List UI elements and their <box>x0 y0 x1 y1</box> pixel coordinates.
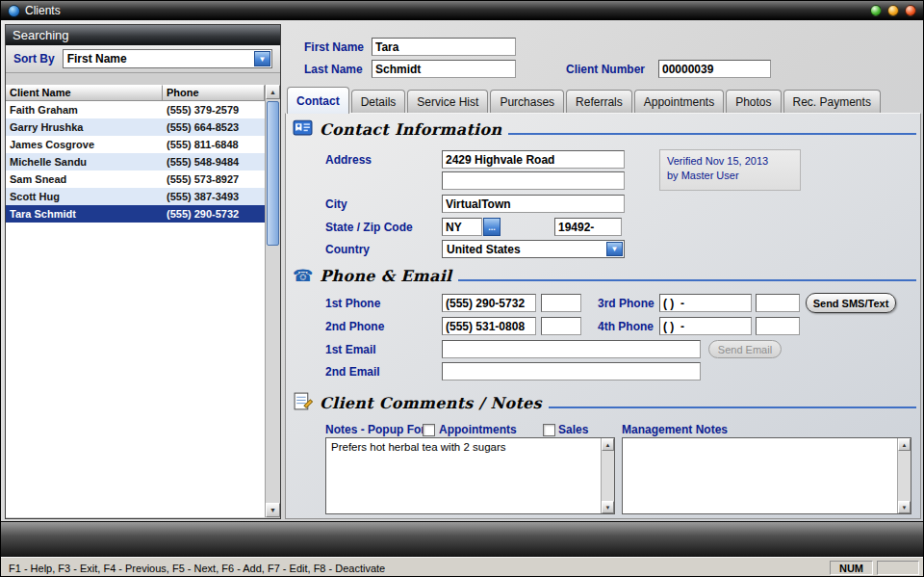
email1-label: 1st Email <box>325 343 376 356</box>
client-number-field[interactable] <box>658 60 771 78</box>
tab-purchases[interactable]: Purchases <box>490 90 564 114</box>
section-title: Contact Information <box>320 120 501 139</box>
send-email-button[interactable]: Send Email <box>708 340 782 358</box>
close-button[interactable] <box>905 5 916 16</box>
client-number-label: Client Number <box>566 63 645 76</box>
scroll-up-icon[interactable]: ▲ <box>602 438 614 451</box>
phone4-field[interactable] <box>659 317 752 335</box>
phone3-label: 3rd Phone <box>598 297 654 310</box>
scroll-up-icon[interactable]: ▲ <box>266 85 280 99</box>
tab-contact[interactable]: Contact <box>287 87 349 114</box>
phone1-field[interactable] <box>442 294 536 312</box>
state-zip-label: State / Zip Code <box>325 221 413 234</box>
address-line1-field[interactable] <box>442 150 625 169</box>
management-notes-textarea[interactable]: ▲ ▼ <box>622 437 911 514</box>
phone1-label: 1st Phone <box>325 297 380 310</box>
client-row-selected[interactable]: Tara Schmidt (555) 290-5732 <box>6 205 265 223</box>
client-row[interactable]: Garry Hrushka (555) 664-8523 <box>6 118 265 136</box>
section-divider <box>549 407 916 408</box>
phone3-field[interactable] <box>659 294 752 312</box>
country-label: Country <box>325 243 370 256</box>
state-field[interactable] <box>442 218 482 236</box>
client-row[interactable]: Michelle Sandu (555) 548-9484 <box>6 153 265 170</box>
phone3-ext-field[interactable] <box>756 294 800 312</box>
appointments-checkbox-label: Appointments <box>439 423 517 436</box>
client-phone: (555) 548-9484 <box>163 156 265 168</box>
notes-scrollbar[interactable]: ▲ ▼ <box>601 438 614 513</box>
phone-email-section-header: ☎ Phone & Email <box>293 267 916 285</box>
verified-line1: Verified Nov 15, 2013 <box>667 154 793 169</box>
column-header-phone[interactable]: Phone <box>163 85 265 101</box>
client-row[interactable]: Faith Graham (555) 379-2579 <box>6 101 265 118</box>
section-title: Phone & Email <box>320 267 451 285</box>
column-header-client-name[interactable]: Client Name <box>6 85 163 101</box>
management-notes-text <box>623 438 897 513</box>
notes-section-header: Client Comments / Notes <box>293 391 916 415</box>
client-phone: (555) 811-6848 <box>163 139 265 150</box>
chevron-down-icon: ▼ <box>606 242 623 256</box>
address-line2-field[interactable] <box>442 171 625 190</box>
minimize-button[interactable] <box>870 5 882 16</box>
client-name: Michelle Sandu <box>6 156 163 168</box>
client-notes-textarea[interactable]: Prefers hot herbal tea with 2 sugars ▲ ▼ <box>325 437 615 514</box>
client-row[interactable]: Scott Hug (555) 387-3493 <box>6 188 265 205</box>
scroll-down-icon[interactable]: ▼ <box>898 501 911 513</box>
client-phone: (555) 379-2579 <box>163 104 265 116</box>
tab-details[interactable]: Details <box>351 90 406 114</box>
notes-icon <box>293 391 313 415</box>
sort-by-dropdown[interactable]: First Name ▼ <box>63 49 272 68</box>
phone2-field[interactable] <box>442 317 536 335</box>
tab-rec-payments[interactable]: Rec. Payments <box>783 90 881 114</box>
client-phone: (555) 664-8523 <box>163 121 265 133</box>
section-title: Client Comments / Notes <box>320 394 542 412</box>
maximize-button[interactable] <box>887 5 899 16</box>
scroll-down-icon[interactable]: ▼ <box>602 501 614 513</box>
contact-info-section-header: Contact Information <box>293 118 916 142</box>
email2-label: 2nd Email <box>325 365 380 379</box>
client-list-header: Client Name Phone <box>6 85 265 101</box>
last-name-field[interactable] <box>372 60 516 78</box>
verified-info-box: Verified Nov 15, 2013 by Master User <box>659 149 801 191</box>
notes-popup-for-label: Notes - Popup For: <box>325 423 429 436</box>
phone4-ext-field[interactable] <box>756 317 800 335</box>
send-sms-button[interactable]: Send SMS/Text <box>806 293 896 313</box>
scrollbar-thumb[interactable] <box>267 101 279 246</box>
phone2-ext-field[interactable] <box>541 317 581 335</box>
client-name: Sam Snead <box>6 173 163 185</box>
sales-checkbox[interactable] <box>543 424 555 436</box>
management-notes-scrollbar[interactable]: ▲ ▼ <box>897 438 911 513</box>
tab-service-hist[interactable]: Service Hist <box>407 90 488 114</box>
chevron-down-icon: ▼ <box>254 51 270 66</box>
tab-appointments[interactable]: Appointments <box>634 90 724 114</box>
state-browse-button[interactable]: ... <box>483 218 500 236</box>
tab-referrals[interactable]: Referrals <box>566 90 632 114</box>
function-key-help-text: F1 - Help, F3 - Exit, F4 - Previous, F5 … <box>5 563 826 574</box>
zip-field[interactable] <box>554 218 622 236</box>
country-dropdown[interactable]: United States ▼ <box>442 240 625 258</box>
first-name-field[interactable] <box>372 38 516 56</box>
scroll-up-icon[interactable]: ▲ <box>898 438 911 451</box>
scroll-down-icon[interactable]: ▼ <box>266 503 280 517</box>
client-row[interactable]: Sam Snead (555) 573-8927 <box>6 170 265 188</box>
email2-field[interactable] <box>442 362 701 380</box>
app-icon <box>8 5 20 17</box>
num-lock-indicator: NUM <box>830 561 873 575</box>
appointments-checkbox[interactable] <box>423 424 435 436</box>
searching-header: Searching <box>6 25 280 45</box>
city-field[interactable] <box>442 195 625 213</box>
contact-card-icon <box>293 118 313 142</box>
status-spacer <box>877 561 919 575</box>
sales-checkbox-label: Sales <box>558 423 588 436</box>
title-bar: Clients <box>1 1 923 20</box>
sort-by-row: Sort By First Name ▼ <box>6 45 280 73</box>
country-value: United States <box>447 243 521 256</box>
city-label: City <box>325 197 347 211</box>
client-name: Scott Hug <box>6 191 163 202</box>
client-list-scrollbar[interactable]: ▲ ▼ <box>265 85 280 517</box>
email1-field[interactable] <box>442 340 701 358</box>
phone1-ext-field[interactable] <box>541 294 581 312</box>
tab-bar: Contact Details Service Hist Purchases R… <box>287 87 881 114</box>
tab-photos[interactable]: Photos <box>726 90 781 114</box>
client-name: Tara Schmidt <box>6 208 163 220</box>
client-row[interactable]: James Cosgrove (555) 811-6848 <box>6 136 265 153</box>
